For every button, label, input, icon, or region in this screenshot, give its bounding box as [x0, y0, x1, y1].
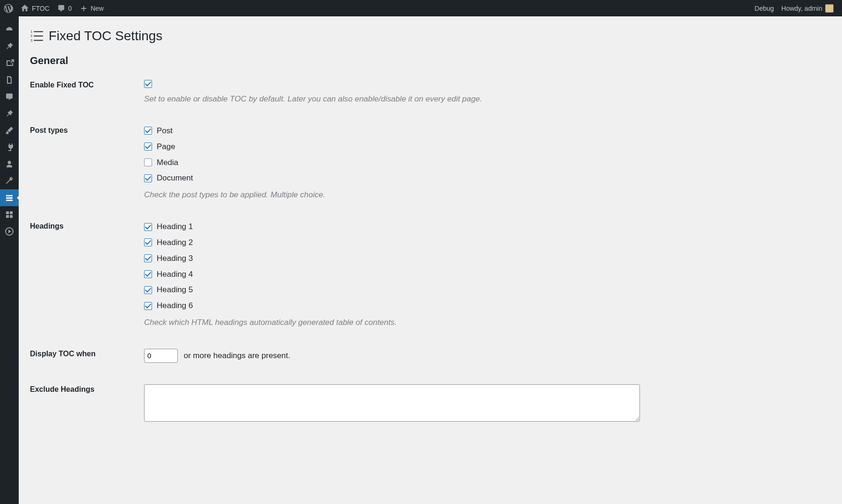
dashboard-icon [5, 25, 14, 34]
label-exclude-headings: Exclude Headings [30, 384, 144, 394]
checkbox-heading-3[interactable] [144, 254, 152, 262]
new-content-link[interactable]: New [76, 0, 108, 16]
new-label: New [91, 5, 104, 12]
menu-tools[interactable] [0, 173, 19, 189]
menu-dashboard[interactable] [0, 21, 19, 38]
menu-item-6[interactable] [0, 105, 19, 122]
checkbox-heading-1[interactable] [144, 223, 152, 231]
checkbox-heading-5[interactable] [144, 286, 152, 294]
media-icon [5, 58, 14, 68]
row-display-when: Display TOC when or more headings are pr… [30, 349, 831, 363]
menu-item-13[interactable] [0, 223, 19, 240]
wrench-icon [5, 176, 14, 186]
debug-label: Debug [755, 5, 774, 12]
slider-icon [5, 193, 14, 202]
menu-users[interactable] [0, 156, 19, 173]
comment-icon [57, 4, 65, 13]
home-icon [21, 4, 29, 13]
checkbox-label: Media [157, 157, 178, 168]
comment-icon [5, 92, 14, 101]
textarea-exclude-headings[interactable] [144, 384, 640, 422]
checkbox-label: Document [157, 173, 193, 184]
svg-text:1: 1 [30, 30, 32, 33]
row-enable: Enable Fixed TOC Set to enable or disabl… [30, 80, 831, 104]
checkbox-label: Post [157, 125, 173, 137]
plus-icon [80, 4, 88, 13]
checkbox-post-type-page[interactable] [144, 143, 152, 151]
input-display-when[interactable] [144, 349, 178, 363]
menu-appearance[interactable] [0, 122, 19, 139]
menu-pages[interactable] [0, 72, 19, 88]
avatar [825, 4, 834, 13]
desc-enable: Set to enable or disable TOC by default.… [144, 94, 831, 104]
label-headings: Headings [30, 221, 144, 230]
checkbox-heading-6[interactable] [144, 302, 152, 310]
checkbox-label: Heading 4 [157, 269, 193, 280]
wp-logo[interactable] [0, 0, 17, 16]
content-wrap: 1 2 3 Fixed TOC Settings General Enable … [19, 16, 842, 443]
checkbox-heading-4[interactable] [144, 270, 152, 278]
pushpin-icon [5, 42, 14, 51]
display-when-suffix: or more headings are present. [184, 351, 290, 360]
admin-bar: FTOC 0 New Debug Howdy, admin [0, 0, 842, 16]
site-name: FTOC [32, 5, 50, 12]
debug-link[interactable]: Debug [751, 0, 777, 16]
checkbox-label: Heading 5 [157, 284, 193, 295]
section-title: General [30, 55, 831, 67]
checkbox-post-type-post[interactable] [144, 127, 152, 135]
checkbox-label: Heading 2 [157, 237, 193, 248]
wordpress-icon [4, 4, 13, 13]
comments-count: 0 [68, 5, 72, 12]
page-title: Fixed TOC Settings [49, 29, 162, 43]
row-exclude-headings: Exclude Headings [30, 384, 831, 424]
svg-text:3: 3 [30, 39, 32, 42]
plug-icon [5, 143, 14, 152]
row-headings: Headings Heading 1 Heading 2 Heading 3 H… [30, 221, 831, 327]
checkbox-post-type-media[interactable] [144, 158, 152, 166]
list-icon: 1 2 3 [30, 29, 43, 43]
row-post-types: Post types Post Page Media Document Chec… [30, 125, 831, 200]
menu-media[interactable] [0, 55, 19, 72]
play-icon [5, 227, 14, 236]
checkbox-label: Heading 6 [157, 300, 193, 311]
site-link[interactable]: FTOC [17, 0, 53, 16]
grid-icon [5, 210, 14, 219]
brush-icon [5, 126, 14, 135]
menu-plugins[interactable] [0, 139, 19, 156]
label-post-types: Post types [30, 125, 144, 135]
my-account[interactable]: Howdy, admin [777, 0, 837, 16]
desc-headings: Check which HTML headings automatically … [144, 318, 831, 327]
pushpin-icon [5, 109, 14, 118]
pages-icon [5, 75, 14, 85]
comments-link[interactable]: 0 [53, 0, 76, 16]
greeting: Howdy, admin [781, 5, 822, 12]
menu-fixed-toc[interactable] [0, 189, 19, 206]
page-title-row: 1 2 3 Fixed TOC Settings [30, 29, 831, 43]
menu-comments[interactable] [0, 88, 19, 105]
checkbox-label: Heading 3 [157, 253, 193, 264]
svg-text:2: 2 [30, 34, 32, 37]
checkbox-label: Page [157, 141, 175, 152]
admin-sidebar [0, 16, 19, 443]
desc-post-types: Check the post types to be applied. Mult… [144, 190, 831, 200]
checkbox-heading-2[interactable] [144, 238, 152, 246]
menu-item-12[interactable] [0, 206, 19, 223]
checkbox-label: Heading 1 [157, 221, 193, 232]
menu-posts[interactable] [0, 38, 19, 55]
label-display-when: Display TOC when [30, 349, 144, 358]
user-icon [5, 159, 14, 169]
checkbox-post-type-document[interactable] [144, 174, 152, 182]
checkbox-enable[interactable] [144, 80, 152, 88]
label-enable: Enable Fixed TOC [30, 80, 144, 89]
